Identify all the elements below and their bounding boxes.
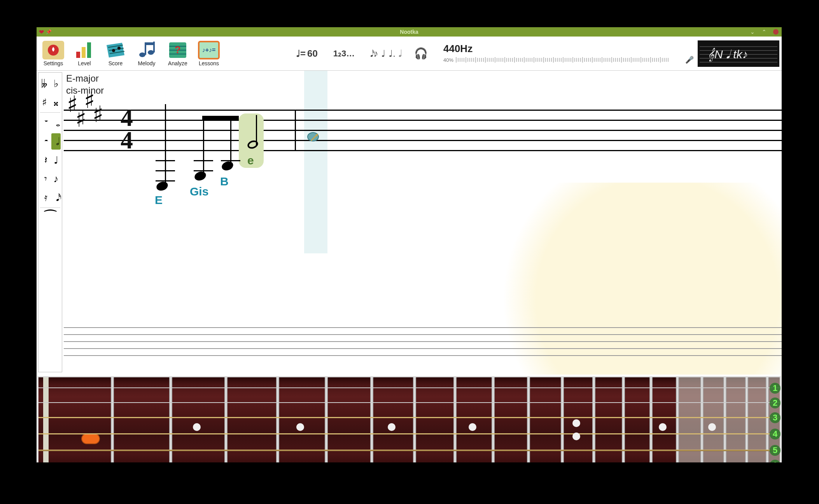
rhythm-display: 𝅘𝅥𝅯 ♪ ♩ ♩. 𝅗𝅥 (370, 48, 399, 59)
score-canvas[interactable]: E-major cis-minor ♯ ♯ ♯ ♯ (64, 71, 782, 374)
string[interactable] (38, 450, 780, 451)
lessons-icon: ♪+♪= (198, 41, 220, 59)
fret-dot (296, 423, 304, 431)
double-sharp-button[interactable]: 𝄪 (51, 94, 61, 110)
fret-dot (708, 423, 716, 431)
beam (202, 116, 239, 120)
melody-button[interactable]: Melody (132, 41, 161, 66)
note-name-e-low: E (155, 194, 163, 207)
svg-text:?: ? (175, 44, 181, 56)
pitch-value: 440Hz (443, 43, 472, 55)
svg-point-11 (148, 50, 154, 55)
sixteenth-note-button[interactable]: 𝅘𝅥𝅯 (51, 189, 61, 206)
window-title: Nootka (400, 29, 418, 35)
lessons-button[interactable]: ♪+♪= Lessons (194, 41, 223, 66)
fretboard[interactable]: 123456 (37, 375, 781, 462)
svg-rect-3 (87, 42, 91, 58)
mic-icon[interactable]: 🎤 (685, 56, 694, 64)
score-button[interactable]: Score (101, 41, 130, 66)
time-signature: 4 4 (119, 106, 135, 151)
barline (295, 110, 296, 151)
analyze-icon: ? (167, 41, 189, 59)
note-name-gis: Gis (190, 185, 208, 198)
fret-dot (193, 423, 201, 431)
finger-marker[interactable] (81, 433, 100, 444)
double-flat-button[interactable]: 𝄫 (40, 75, 49, 92)
fret-dot (469, 423, 476, 431)
staff-main[interactable]: ♯ ♯ ♯ ♯ 4 4 (64, 110, 782, 211)
settings-button[interactable]: Settings (39, 41, 68, 66)
level-icon (74, 41, 95, 59)
svg-point-8 (112, 49, 115, 52)
headphone-icon[interactable]: 🎧 (414, 47, 428, 60)
string-number-badge[interactable]: 1 (770, 383, 780, 394)
fret-dot (659, 423, 667, 431)
melody-icon (136, 41, 158, 59)
half-rest-button[interactable]: 𝄼 (40, 133, 49, 150)
sixteenth-rest-button[interactable]: 𝄿 (40, 189, 49, 206)
flat-button[interactable]: ♭ (51, 75, 61, 92)
string[interactable] (38, 417, 780, 418)
quarter-note-icon: ♩ (381, 48, 385, 59)
main-toolbar: Settings Level Score Melody (37, 37, 782, 71)
tie-button[interactable]: ⁀ (46, 210, 55, 226)
cursor-note-preview[interactable] (307, 132, 319, 141)
string[interactable] (38, 387, 780, 388)
score-icon (105, 41, 126, 59)
nootka-logo: 𝄞N ♩ tk♪ (698, 40, 779, 67)
numbers-button[interactable]: 1₂3… (333, 49, 355, 59)
pin-icon[interactable]: 📌 (46, 29, 52, 35)
string-number-badge[interactable]: 2 (770, 398, 780, 408)
content-area: 𝄫 ♭ ♯ 𝄪 𝄻 𝅝 𝄼 𝅗𝅥 𝄽 ♩ (37, 71, 782, 462)
note-name-e-mid: e (247, 154, 254, 167)
svg-text:♪+♪=: ♪+♪= (202, 47, 216, 53)
svg-rect-2 (82, 47, 86, 58)
fret-dot (572, 432, 580, 440)
close-button[interactable] (772, 28, 780, 35)
settings-icon (42, 41, 64, 59)
minimize-button[interactable]: ⌄ (748, 28, 757, 35)
tempo-value: 60 (307, 48, 318, 59)
app-window: ❤ 📌 Nootka ⌄ ⌃ Settings Level (37, 27, 782, 462)
titlebar: ❤ 📌 Nootka ⌄ ⌃ (37, 27, 782, 37)
whole-rest-button[interactable]: 𝄻 (40, 115, 49, 131)
eighth-note-icon: ♪ (373, 48, 378, 59)
notation-palette: 𝄫 ♭ ♯ 𝄪 𝄻 𝅝 𝄼 𝅗𝅥 𝄽 ♩ (38, 72, 62, 372)
string[interactable] (38, 433, 780, 434)
dotted-quarter-icon: ♩. (388, 48, 396, 59)
eighth-note-button[interactable]: ♪ (51, 171, 61, 187)
tempo-note-icon: ♩= (296, 48, 306, 59)
string-number-badge[interactable]: 3 (770, 412, 780, 423)
staff-secondary[interactable] (64, 327, 782, 374)
string-number-badge[interactable]: 4 (770, 429, 780, 439)
svg-point-10 (139, 52, 145, 57)
svg-rect-14 (145, 42, 155, 45)
string-number-badge[interactable]: 5 (770, 445, 780, 456)
half-note-button[interactable]: 𝅗𝅥 (51, 133, 61, 150)
svg-point-9 (117, 47, 121, 50)
svg-rect-1 (76, 52, 80, 58)
app-heart-icon: ❤ (38, 29, 44, 35)
svg-text:𝄞N ♩ tk♪: 𝄞N ♩ tk♪ (707, 48, 748, 62)
eighth-rest-button[interactable]: 𝄾 (40, 171, 49, 187)
analyze-button[interactable]: ? Analyze (163, 41, 192, 66)
volume-percent: 40% (443, 57, 453, 63)
quarter-rest-button[interactable]: 𝄽 (40, 152, 49, 168)
tempo-control[interactable]: ♩=60 (296, 48, 318, 59)
maximize-button[interactable]: ⌃ (760, 28, 768, 35)
whole-note-button[interactable]: 𝅝 (51, 115, 61, 131)
key-signature: ♯ ♯ ♯ ♯ (67, 95, 110, 157)
note-name-b: B (220, 175, 229, 188)
fret-dot (572, 419, 580, 427)
quarter-note-button[interactable]: ♩ (51, 152, 61, 168)
volume-meter[interactable] (456, 57, 681, 63)
level-button[interactable]: Level (70, 41, 99, 66)
string[interactable] (38, 402, 780, 403)
fret-dot (388, 423, 396, 431)
sharp-button[interactable]: ♯ (40, 94, 49, 110)
